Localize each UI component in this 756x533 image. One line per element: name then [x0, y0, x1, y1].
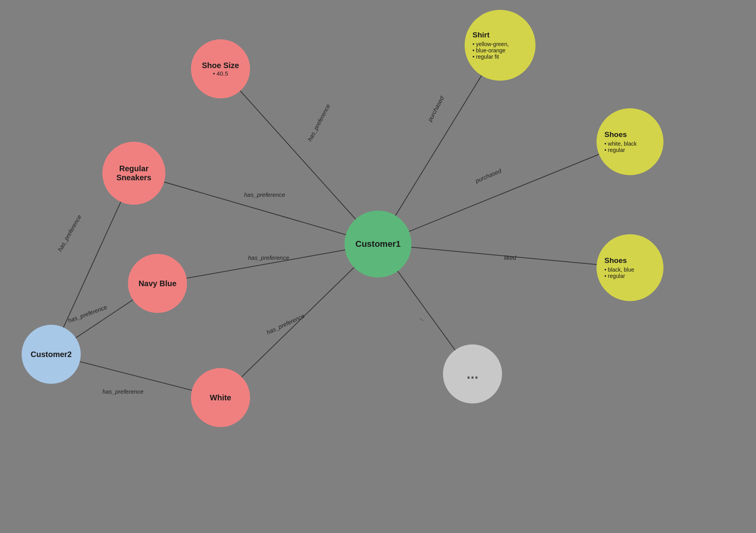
shoe-size-label: Shoe Size — [202, 61, 239, 70]
white-label: White — [210, 393, 231, 402]
svg-line-6 — [378, 244, 630, 268]
node-more: ... — [443, 344, 502, 403]
shoes2-title: Shoes — [604, 256, 627, 265]
regular-sneakers-label: Regular Sneakers — [117, 164, 152, 182]
svg-text:liked: liked — [504, 254, 517, 261]
shoes2-bullets: black, blue regular — [604, 266, 634, 279]
navy-blue-label: Navy Blue — [139, 279, 177, 288]
shoe-size-sublabel: • 40.5 — [202, 70, 239, 77]
svg-text:has_preference: has_preference — [244, 191, 285, 198]
svg-text:has_preference: has_preference — [67, 304, 108, 324]
svg-text:...: ... — [419, 314, 426, 322]
node-navy-blue[interactable]: Navy Blue — [128, 254, 187, 313]
svg-text:has_preference: has_preference — [265, 312, 306, 335]
shoes1-bullets: white, black regular — [604, 141, 637, 153]
svg-line-0 — [220, 69, 378, 244]
node-white[interactable]: White — [191, 368, 250, 427]
node-shoes1[interactable]: Shoes white, black regular — [597, 108, 663, 175]
svg-text:purchased: purchased — [474, 167, 503, 184]
svg-line-5 — [378, 142, 630, 244]
graph-container: has_preference has_preference has_prefer… — [0, 0, 756, 533]
node-shoe-size[interactable]: Shoe Size • 40.5 — [191, 39, 250, 98]
node-customer1[interactable]: Customer1 — [345, 211, 411, 278]
customer2-label: Customer2 — [31, 350, 72, 359]
node-shirt[interactable]: Shirt yellow-green, blue-orange regular … — [465, 10, 536, 81]
svg-text:has_preference: has_preference — [102, 388, 143, 395]
svg-text:has_preference: has_preference — [56, 214, 83, 253]
svg-text:has_preference: has_preference — [248, 254, 289, 261]
shoes1-title: Shoes — [604, 130, 627, 139]
dots-label: ... — [467, 366, 478, 382]
node-customer2[interactable]: Customer2 — [22, 325, 81, 384]
svg-text:purchased: purchased — [426, 95, 445, 123]
node-regular-sneakers[interactable]: Regular Sneakers — [102, 142, 165, 205]
svg-text:has_preference: has_preference — [306, 103, 332, 142]
svg-line-1 — [134, 173, 378, 244]
customer1-label: Customer1 — [356, 239, 401, 249]
node-shoes2[interactable]: Shoes black, blue regular — [597, 234, 663, 301]
shirt-bullets: yellow-green, blue-orange regular fit — [472, 41, 509, 60]
shirt-title: Shirt — [472, 31, 489, 39]
